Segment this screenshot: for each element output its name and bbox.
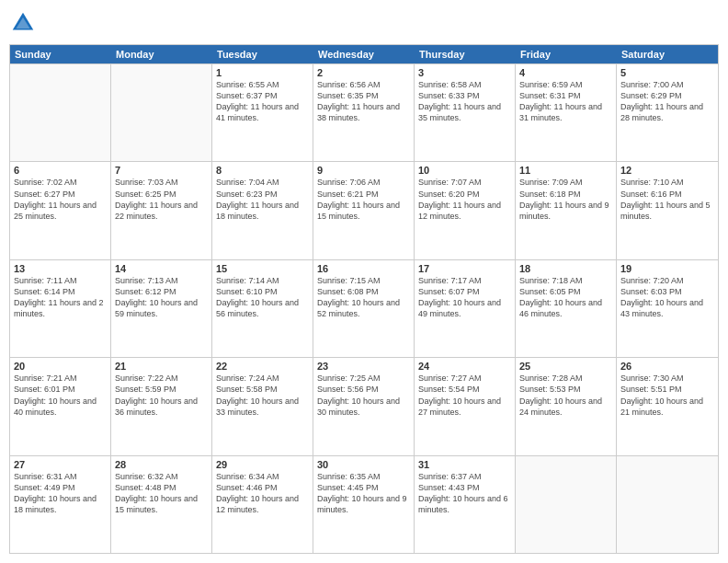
day-info: Sunrise: 7:07 AM Sunset: 6:20 PM Dayligh… (418, 177, 511, 222)
empty-cell (617, 456, 718, 553)
day-number: 22 (216, 361, 309, 372)
day-info: Sunrise: 7:02 AM Sunset: 6:27 PM Dayligh… (14, 177, 107, 222)
day-info: Sunrise: 7:04 AM Sunset: 6:23 PM Dayligh… (216, 177, 309, 222)
day-cell-6: 6Sunrise: 7:02 AM Sunset: 6:27 PM Daylig… (10, 162, 111, 259)
day-info: Sunrise: 7:09 AM Sunset: 6:18 PM Dayligh… (519, 177, 612, 222)
day-info: Sunrise: 7:24 AM Sunset: 5:58 PM Dayligh… (216, 373, 309, 418)
day-cell-21: 21Sunrise: 7:22 AM Sunset: 5:59 PM Dayli… (111, 358, 212, 454)
day-number: 31 (418, 459, 511, 470)
day-number: 17 (418, 263, 511, 274)
day-cell-18: 18Sunrise: 7:18 AM Sunset: 6:05 PM Dayli… (516, 260, 617, 357)
day-info: Sunrise: 7:14 AM Sunset: 6:10 PM Dayligh… (216, 275, 309, 320)
day-info: Sunrise: 7:17 AM Sunset: 6:07 PM Dayligh… (418, 275, 511, 320)
day-info: Sunrise: 7:30 AM Sunset: 5:51 PM Dayligh… (620, 373, 714, 418)
day-number: 24 (418, 361, 511, 372)
header-day-wednesday: Wednesday (313, 45, 415, 63)
day-cell-5: 5Sunrise: 7:00 AM Sunset: 6:29 PM Daylig… (617, 64, 718, 161)
day-cell-14: 14Sunrise: 7:13 AM Sunset: 6:12 PM Dayli… (111, 260, 212, 357)
day-cell-31: 31Sunrise: 6:37 AM Sunset: 4:43 PM Dayli… (415, 456, 516, 553)
day-info: Sunrise: 7:21 AM Sunset: 6:01 PM Dayligh… (14, 373, 107, 418)
calendar-header: SundayMondayTuesdayWednesdayThursdayFrid… (10, 45, 718, 63)
day-info: Sunrise: 7:03 AM Sunset: 6:25 PM Dayligh… (115, 177, 208, 222)
day-info: Sunrise: 6:56 AM Sunset: 6:35 PM Dayligh… (317, 79, 410, 124)
day-info: Sunrise: 6:55 AM Sunset: 6:37 PM Dayligh… (216, 79, 309, 124)
day-number: 4 (519, 67, 612, 78)
day-info: Sunrise: 7:15 AM Sunset: 6:08 PM Dayligh… (317, 275, 410, 320)
day-info: Sunrise: 6:58 AM Sunset: 6:33 PM Dayligh… (418, 79, 511, 124)
day-number: 6 (14, 165, 107, 176)
day-info: Sunrise: 7:20 AM Sunset: 6:03 PM Dayligh… (620, 275, 714, 320)
header-day-thursday: Thursday (415, 45, 516, 63)
day-cell-17: 17Sunrise: 7:17 AM Sunset: 6:07 PM Dayli… (415, 260, 516, 357)
day-info: Sunrise: 7:22 AM Sunset: 5:59 PM Dayligh… (115, 373, 208, 418)
day-cell-20: 20Sunrise: 7:21 AM Sunset: 6:01 PM Dayli… (10, 358, 111, 454)
day-number: 18 (519, 263, 612, 274)
day-number: 13 (14, 263, 107, 274)
day-info: Sunrise: 6:32 AM Sunset: 4:48 PM Dayligh… (115, 471, 208, 516)
day-number: 28 (115, 459, 208, 470)
day-number: 8 (216, 165, 309, 176)
day-number: 21 (115, 361, 208, 372)
day-cell-1: 1Sunrise: 6:55 AM Sunset: 6:37 PM Daylig… (212, 64, 313, 161)
day-number: 5 (620, 67, 714, 78)
week-row-1: 1Sunrise: 6:55 AM Sunset: 6:37 PM Daylig… (10, 63, 718, 161)
week-row-4: 20Sunrise: 7:21 AM Sunset: 6:01 PM Dayli… (10, 357, 718, 454)
day-number: 10 (418, 165, 511, 176)
header (9, 9, 719, 37)
day-number: 11 (519, 165, 612, 176)
day-cell-3: 3Sunrise: 6:58 AM Sunset: 6:33 PM Daylig… (415, 64, 516, 161)
day-number: 25 (519, 361, 612, 372)
day-cell-12: 12Sunrise: 7:10 AM Sunset: 6:16 PM Dayli… (617, 162, 718, 259)
day-info: Sunrise: 6:31 AM Sunset: 4:49 PM Dayligh… (14, 471, 107, 516)
day-number: 3 (418, 67, 511, 78)
header-day-saturday: Saturday (617, 45, 718, 63)
day-cell-29: 29Sunrise: 6:34 AM Sunset: 4:46 PM Dayli… (212, 456, 313, 553)
day-number: 15 (216, 263, 309, 274)
page: SundayMondayTuesdayWednesdayThursdayFrid… (0, 0, 728, 563)
day-number: 2 (317, 67, 410, 78)
day-info: Sunrise: 7:11 AM Sunset: 6:14 PM Dayligh… (14, 275, 107, 320)
day-cell-28: 28Sunrise: 6:32 AM Sunset: 4:48 PM Dayli… (111, 456, 212, 553)
day-cell-13: 13Sunrise: 7:11 AM Sunset: 6:14 PM Dayli… (10, 260, 111, 357)
day-number: 16 (317, 263, 410, 274)
day-cell-9: 9Sunrise: 7:06 AM Sunset: 6:21 PM Daylig… (313, 162, 415, 259)
day-cell-15: 15Sunrise: 7:14 AM Sunset: 6:10 PM Dayli… (212, 260, 313, 357)
day-cell-25: 25Sunrise: 7:28 AM Sunset: 5:53 PM Dayli… (516, 358, 617, 454)
day-number: 19 (620, 263, 714, 274)
day-info: Sunrise: 7:18 AM Sunset: 6:05 PM Dayligh… (519, 275, 612, 320)
empty-cell (516, 456, 617, 553)
day-number: 1 (216, 67, 309, 78)
empty-cell (111, 64, 212, 161)
day-info: Sunrise: 6:59 AM Sunset: 6:31 PM Dayligh… (519, 79, 612, 124)
day-cell-19: 19Sunrise: 7:20 AM Sunset: 6:03 PM Dayli… (617, 260, 718, 357)
day-cell-22: 22Sunrise: 7:24 AM Sunset: 5:58 PM Dayli… (212, 358, 313, 454)
day-cell-11: 11Sunrise: 7:09 AM Sunset: 6:18 PM Dayli… (516, 162, 617, 259)
day-cell-10: 10Sunrise: 7:07 AM Sunset: 6:20 PM Dayli… (415, 162, 516, 259)
day-info: Sunrise: 6:35 AM Sunset: 4:45 PM Dayligh… (317, 471, 410, 516)
day-cell-2: 2Sunrise: 6:56 AM Sunset: 6:35 PM Daylig… (313, 64, 415, 161)
day-number: 30 (317, 459, 410, 470)
day-info: Sunrise: 6:37 AM Sunset: 4:43 PM Dayligh… (418, 471, 511, 516)
header-day-tuesday: Tuesday (212, 45, 313, 63)
day-number: 29 (216, 459, 309, 470)
header-day-sunday: Sunday (10, 45, 111, 63)
day-number: 20 (14, 361, 107, 372)
day-cell-16: 16Sunrise: 7:15 AM Sunset: 6:08 PM Dayli… (313, 260, 415, 357)
week-row-3: 13Sunrise: 7:11 AM Sunset: 6:14 PM Dayli… (10, 259, 718, 357)
day-number: 9 (317, 165, 410, 176)
calendar: SundayMondayTuesdayWednesdayThursdayFrid… (9, 44, 719, 554)
week-row-2: 6Sunrise: 7:02 AM Sunset: 6:27 PM Daylig… (10, 161, 718, 259)
week-row-5: 27Sunrise: 6:31 AM Sunset: 4:49 PM Dayli… (10, 455, 718, 553)
day-cell-7: 7Sunrise: 7:03 AM Sunset: 6:25 PM Daylig… (111, 162, 212, 259)
empty-cell (10, 64, 111, 161)
day-cell-26: 26Sunrise: 7:30 AM Sunset: 5:51 PM Dayli… (617, 358, 718, 454)
day-info: Sunrise: 7:00 AM Sunset: 6:29 PM Dayligh… (620, 79, 714, 124)
logo (9, 9, 40, 37)
day-number: 7 (115, 165, 208, 176)
day-info: Sunrise: 7:13 AM Sunset: 6:12 PM Dayligh… (115, 275, 208, 320)
day-number: 14 (115, 263, 208, 274)
day-number: 26 (620, 361, 714, 372)
day-cell-30: 30Sunrise: 6:35 AM Sunset: 4:45 PM Dayli… (313, 456, 415, 553)
day-number: 23 (317, 361, 410, 372)
day-info: Sunrise: 7:25 AM Sunset: 5:56 PM Dayligh… (317, 373, 410, 418)
